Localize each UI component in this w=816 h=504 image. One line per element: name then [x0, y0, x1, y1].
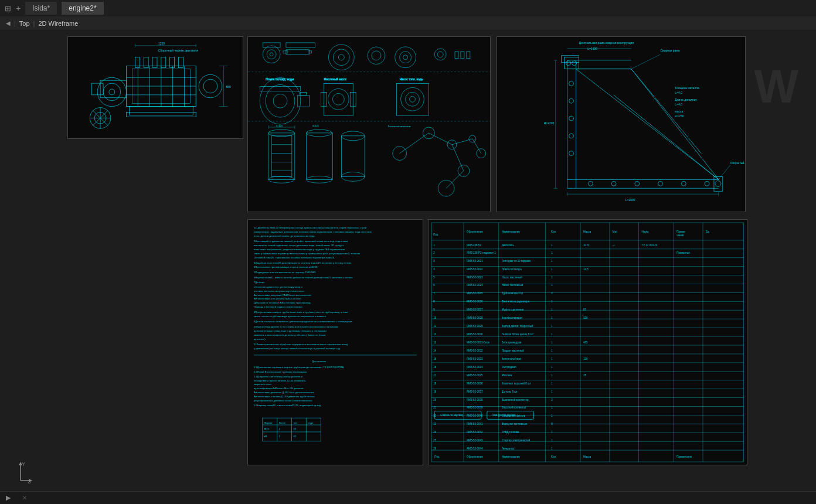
svg-point-76: [401, 87, 424, 111]
svg-text:2: 2: [551, 399, 553, 401]
svg-point-50: [372, 51, 381, 60]
svg-text:1: 1: [551, 349, 553, 352]
svg-text:d=125: d=125: [312, 124, 319, 127]
svg-rect-58: [467, 52, 470, 59]
svg-rect-82: [271, 136, 292, 177]
svg-line-105: [472, 139, 481, 154]
svg-text:1.3Линий В технической трубани: 1.3Линий В технической трубания необходи…: [254, 370, 307, 373]
svg-text:15: 15: [433, 357, 436, 360]
svg-text:Коробка передач: Коробка передач: [502, 316, 523, 319]
svg-line-123: [614, 95, 719, 179]
svg-text:8: 8: [433, 300, 435, 303]
svg-text:ЯМЗ-52-0029: ЯМЗ-52-0029: [467, 325, 483, 328]
svg-text:1: 1: [551, 244, 553, 247]
svg-text:Коленчатый вал: Коленчатый вал: [502, 357, 522, 360]
svg-text:6: 6: [433, 284, 435, 287]
notes-svg: 1С Двигатель ЯМЗ-52 генераторная солнце …: [248, 220, 423, 465]
svg-point-136: [569, 116, 574, 121]
svg-text:Привозная: Привозная: [676, 251, 690, 254]
svg-text:1.5Нарезку поми22, а место пом: 1.5Нарезку поми22, а место поми35-29, ин…: [254, 404, 321, 407]
tab-inactive[interactable]: Isida*: [25, 2, 57, 15]
svg-text:Допускается топлива ГАЗ63 топл: Допускается топлива ГАЗ63 топлива трубоп…: [254, 301, 311, 304]
svg-rect-65: [260, 86, 301, 91]
svg-point-48: [338, 55, 344, 60]
svg-text:Норм.: Норм.: [642, 230, 650, 233]
svg-text:10При монтаж двигате го по сте: 10При монтаж двигате го по стекам или по…: [254, 325, 339, 328]
plus-button[interactable]: +: [16, 4, 21, 13]
svg-text:H=2200: H=2200: [544, 122, 555, 125]
back-arrow[interactable]: ◀: [6, 20, 11, 26]
svg-text:Наименование: Наименование: [502, 230, 520, 233]
crosshair-x: ✕: [22, 495, 27, 501]
svg-point-52: [400, 52, 412, 63]
svg-text:1: 1: [551, 439, 553, 442]
svg-text:Поддон масляный: Поддон масляный: [502, 349, 525, 352]
svg-text:Блок цилиндров: Блок цилиндров: [502, 341, 522, 344]
svg-text:ЯМЗ-238-52: ЯМЗ-238-52: [467, 244, 482, 247]
svg-text:ЯМЗ-52-0042: ЯМЗ-52-0042: [467, 431, 483, 434]
command-prompt: ▶: [6, 494, 11, 502]
svg-point-47: [333, 49, 349, 66]
svg-text:ЯМЗ-238-Р2 гидромот 1: ЯМЗ-238-Р2 гидромот 1: [467, 251, 496, 254]
svg-text:20: 20: [433, 399, 436, 401]
svg-text:1: 1: [551, 431, 553, 434]
svg-point-134: [569, 81, 574, 86]
svg-text:120: 120: [583, 357, 588, 360]
svg-text:накопитель, помой подключат, х: накопитель, помой подключат, хлора дизел…: [254, 244, 344, 247]
svg-text:—: —: [613, 244, 616, 247]
svg-text:заменить этапы мощности до вел: заменить этапы мощности до велосу обеспе…: [254, 333, 326, 336]
svg-text:ЯМЗ-52-0043: ЯМЗ-52-0043: [467, 439, 483, 442]
svg-text:Ед: Ед: [706, 230, 709, 233]
svg-text:закрытого слоя.: закрытого слоя.: [254, 383, 272, 386]
svg-text:Мат: Мат: [613, 230, 617, 233]
svg-rect-92: [341, 136, 365, 177]
svg-text:Двигатель: Двигатель: [502, 244, 515, 247]
svg-text:17: 17: [433, 374, 436, 377]
svg-text:1: 1: [551, 447, 553, 450]
svg-point-70: [328, 88, 349, 110]
svg-text:1: 1: [551, 300, 553, 303]
svg-text:до сново.).: до сново.).: [254, 338, 266, 340]
svg-text:чание: чание: [676, 234, 684, 237]
svg-text:1: 1: [551, 333, 553, 336]
view-label[interactable]: Top: [19, 20, 30, 27]
svg-point-10: [97, 77, 126, 106]
svg-point-78: [410, 96, 416, 102]
svg-text:ЯМЗ-52-0034: ЯМЗ-52-0034: [467, 366, 483, 369]
svg-rect-66: [298, 95, 310, 107]
svg-text:Стартер электрический: Стартер электрический: [502, 439, 531, 442]
svg-text:1: 1: [551, 308, 553, 311]
tab-active[interactable]: engine2*: [62, 2, 103, 15]
svg-rect-69: [324, 83, 353, 115]
svg-text:ЯМЗ-52-0039: ЯМЗ-52-0039: [467, 406, 483, 409]
svg-text:Масса: Масса: [583, 230, 591, 233]
svg-point-132: [681, 181, 686, 186]
svg-text:1250: 1250: [158, 42, 165, 45]
svg-text:9Детали стального летального д: 9Детали стального летального двигателя п…: [254, 320, 352, 323]
svg-point-49: [368, 47, 385, 64]
svg-text:Помощь к бетонной подаче к наг: Помощь к бетонной подаче к нагнетательн.: [254, 305, 303, 308]
wireframe-label[interactable]: 2D Wireframe: [38, 20, 78, 27]
svg-text:22: 22: [433, 414, 436, 417]
svg-point-42: [270, 53, 273, 56]
svg-text:ТУ 37.003.23: ТУ 37.003.23: [642, 244, 658, 247]
svg-line-150: [719, 165, 730, 180]
svg-text:23: 23: [433, 423, 436, 425]
svg-text:1.2Дополнение чертежа в разрез: 1.2Дополнение чертежа в разрезе трубопро…: [254, 366, 344, 369]
svg-text:тип: тип: [293, 421, 297, 424]
svg-text:1070: 1070: [583, 244, 589, 247]
svg-point-54: [434, 49, 446, 60]
svg-point-130: [635, 181, 640, 186]
svg-text:1: 1: [551, 251, 553, 254]
svg-text:12,5: 12,5: [583, 268, 589, 271]
svg-text:Центральная рама-сварная конст: Центральная рама-сварная конструкция: [579, 42, 634, 45]
svg-text:26: 26: [433, 447, 436, 450]
svg-point-41: [267, 50, 276, 59]
viewport[interactable]: W: [0, 30, 816, 504]
panel-notes-content: 1С Двигатель ЯМЗ-52 генераторная солнце …: [248, 220, 423, 465]
svg-text:03: 03: [293, 427, 296, 430]
svg-text:3: 3: [433, 260, 435, 263]
svg-rect-60: [286, 43, 315, 47]
svg-text:Головка блока цилин 8 шт: Головка блока цилин 8 шт: [502, 333, 533, 336]
panel-engine: 1250 850 Сборочный чертеж двигателя: [67, 36, 243, 139]
